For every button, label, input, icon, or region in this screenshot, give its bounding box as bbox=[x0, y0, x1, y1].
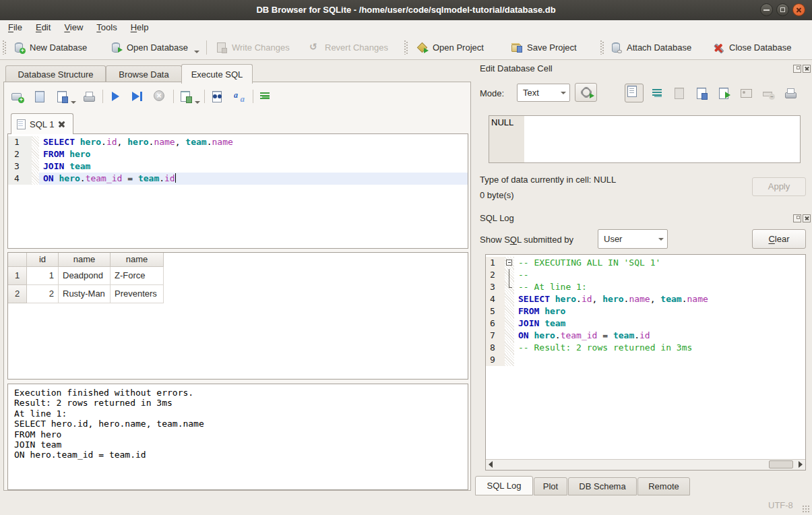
toolbar-drag-handle[interactable] bbox=[404, 40, 408, 55]
word-wrap-icon[interactable] bbox=[650, 86, 664, 100]
tab-execute-sql[interactable]: Execute SQL bbox=[181, 64, 253, 84]
results-header-row: idnamename bbox=[8, 253, 468, 267]
apply-button: Apply bbox=[752, 177, 806, 196]
sql-log-title: SQL Log bbox=[480, 213, 514, 223]
mode-select[interactable]: Text bbox=[517, 84, 570, 102]
clear-log-button[interactable]: Clear bbox=[752, 229, 806, 249]
toolbar-drag-handle[interactable] bbox=[3, 40, 6, 55]
find-icon[interactable] bbox=[210, 90, 224, 103]
table-cell[interactable]: 1 bbox=[27, 267, 59, 285]
table-cell[interactable]: Rusty-Man bbox=[59, 285, 111, 303]
toolbar-separator bbox=[253, 90, 253, 103]
log-filter-label: Show SQL submitted by bbox=[480, 235, 573, 245]
write-changes-label: Write Changes bbox=[232, 42, 290, 53]
new-tab-icon[interactable] bbox=[11, 90, 24, 103]
bottom-tab-db-schema[interactable]: DB Schema bbox=[568, 477, 637, 495]
execute-line-icon[interactable] bbox=[131, 90, 144, 103]
fold-margin bbox=[505, 305, 514, 317]
toolbar-drag-handle[interactable] bbox=[600, 40, 604, 55]
close-database-button[interactable]: Close Database bbox=[709, 38, 796, 56]
save-as-icon[interactable] bbox=[695, 86, 708, 100]
open-sql-file-icon[interactable] bbox=[33, 90, 46, 103]
maximize-button[interactable] bbox=[776, 3, 789, 16]
titlebar: DB Browser for SQLite - /home/user/code/… bbox=[0, 0, 812, 21]
execute-all-icon[interactable] bbox=[108, 90, 122, 103]
column-header[interactable]: id bbox=[27, 253, 59, 267]
menu-item-tools[interactable]: Tools bbox=[90, 20, 123, 36]
sql-editor[interactable]: 1SELECT hero.id, hero.name, team.name2FR… bbox=[7, 133, 468, 249]
code-line: 4SELECT hero.id, hero.name, team.name bbox=[486, 293, 805, 305]
fold-margin bbox=[505, 317, 514, 330]
open-project-button[interactable]: Open Project bbox=[412, 38, 488, 56]
image-link-icon[interactable] bbox=[739, 86, 753, 100]
table-row: 11DeadpondZ-Force bbox=[8, 267, 468, 285]
dropdown-caret-icon[interactable] bbox=[195, 101, 200, 104]
scrollbar-thumb[interactable] bbox=[769, 460, 793, 468]
tab-close-icon[interactable] bbox=[58, 121, 65, 128]
open-database-button[interactable]: Open Database bbox=[106, 38, 204, 56]
code-text: ON hero.team_id = team.id bbox=[39, 173, 468, 185]
sql-log-lines: 1-- EXECUTING ALL IN 'SQL 1'2--3-- At li… bbox=[486, 257, 805, 366]
bottom-tab-sql-log[interactable]: SQL Log bbox=[475, 476, 533, 495]
print-cell-icon[interactable] bbox=[784, 86, 797, 100]
column-header[interactable]: name bbox=[59, 253, 111, 267]
tab-database-structure[interactable]: Database Structure bbox=[5, 65, 106, 83]
tab-browse-data[interactable]: Browse Data bbox=[106, 65, 182, 83]
resize-grip[interactable] bbox=[802, 505, 810, 513]
new-database-button[interactable]: New Database bbox=[9, 38, 91, 56]
cell-value-editor[interactable]: NULL bbox=[489, 115, 801, 163]
scroll-left-icon[interactable] bbox=[489, 461, 493, 468]
menu-item-help[interactable]: Help bbox=[124, 20, 156, 36]
save-project-label: Save Project bbox=[527, 42, 577, 53]
column-header[interactable]: name bbox=[111, 253, 164, 267]
code-line: 1SELECT hero.id, hero.name, team.name bbox=[8, 136, 468, 148]
text-view-icon[interactable] bbox=[625, 84, 644, 102]
export-icon[interactable] bbox=[717, 86, 730, 100]
scroll-right-icon[interactable] bbox=[799, 461, 803, 468]
save-results-icon[interactable] bbox=[179, 90, 193, 103]
row-header[interactable]: 1 bbox=[8, 267, 27, 285]
encoding-indicator: UTF-8 bbox=[768, 500, 793, 510]
minimize-icon bbox=[763, 9, 770, 11]
menu-item-edit[interactable]: Edit bbox=[29, 20, 57, 36]
replace-icon[interactable] bbox=[232, 90, 246, 103]
minimize-button[interactable] bbox=[760, 3, 773, 16]
dock-float-button[interactable] bbox=[793, 214, 801, 222]
code-line: 6JOIN team bbox=[486, 317, 805, 330]
table-cell[interactable]: 2 bbox=[27, 285, 59, 303]
toolbar-separator bbox=[204, 90, 205, 103]
auto-switch-mode-button[interactable] bbox=[575, 83, 597, 102]
dropdown-caret-icon[interactable] bbox=[71, 101, 76, 104]
bottom-tab-plot[interactable]: Plot bbox=[534, 477, 567, 495]
sql-tab[interactable]: SQL 1 bbox=[11, 113, 73, 134]
attach-database-icon bbox=[611, 42, 622, 53]
log-horizontal-scrollbar[interactable] bbox=[486, 459, 805, 470]
bottom-tab-remote[interactable]: Remote bbox=[637, 477, 690, 495]
menu-item-view[interactable]: View bbox=[57, 20, 90, 36]
print-icon[interactable] bbox=[82, 90, 96, 103]
code-line: 5FROM hero bbox=[486, 305, 805, 317]
attach-database-button[interactable]: Attach Database bbox=[606, 38, 695, 56]
code-text bbox=[514, 354, 518, 366]
chevron-down-icon bbox=[655, 238, 667, 241]
table-cell[interactable]: Preventers bbox=[111, 285, 164, 303]
log-filter-select[interactable]: User bbox=[598, 229, 668, 249]
apply-label: Apply bbox=[768, 181, 790, 191]
dropdown-caret-icon[interactable] bbox=[194, 51, 199, 53]
dock-float-button[interactable] bbox=[793, 65, 801, 73]
row-header[interactable]: 2 bbox=[8, 285, 27, 303]
dock-close-button[interactable] bbox=[803, 214, 811, 222]
execute-sql-panel: SQL 1 1SELECT hero.id, hero.name, team.n… bbox=[3, 82, 471, 491]
close-button[interactable] bbox=[792, 3, 805, 16]
results-grid[interactable]: idnamename11DeadpondZ-Force22Rusty-ManPr… bbox=[7, 252, 468, 380]
sql-log-view[interactable]: 1-- EXECUTING ALL IN 'SQL 1'2--3-- At li… bbox=[485, 254, 806, 471]
table-cell[interactable]: Z-Force bbox=[111, 267, 164, 285]
menu-item-file[interactable]: File bbox=[1, 20, 29, 36]
save-sql-file-icon[interactable] bbox=[55, 90, 69, 103]
save-project-button[interactable]: Save Project bbox=[507, 38, 581, 56]
table-cell[interactable]: Deadpond bbox=[59, 267, 111, 285]
format-sql-icon[interactable] bbox=[259, 90, 272, 103]
line-number: 7 bbox=[486, 330, 505, 342]
fold-margin-mid bbox=[505, 269, 514, 281]
dock-close-button[interactable] bbox=[803, 65, 811, 73]
